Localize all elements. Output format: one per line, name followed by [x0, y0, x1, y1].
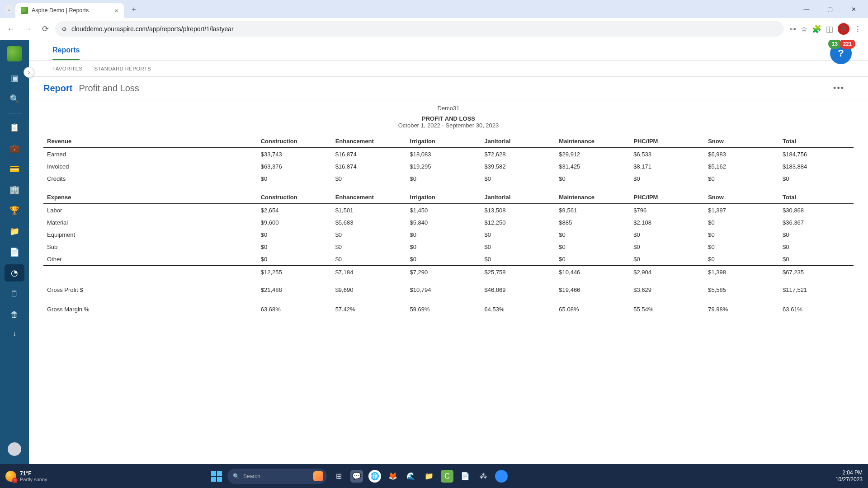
cell-value[interactable]: $0: [257, 241, 332, 253]
cell-value[interactable]: $33,743: [257, 148, 332, 160]
cell-value[interactable]: $0: [481, 253, 555, 266]
cell-value[interactable]: $25,758: [481, 266, 555, 278]
explorer-icon[interactable]: 📁: [423, 470, 435, 483]
cell-value[interactable]: $0: [704, 173, 779, 185]
cell-value[interactable]: $0: [332, 229, 406, 241]
cell-value[interactable]: $9,561: [555, 204, 630, 216]
cell-value[interactable]: $5,840: [406, 216, 481, 229]
cell-value[interactable]: $0: [481, 229, 555, 241]
row-label[interactable]: Other: [43, 253, 257, 266]
row-label[interactable]: Equipment: [43, 229, 257, 241]
start-button[interactable]: [211, 471, 222, 482]
cell-value[interactable]: $0: [332, 241, 406, 253]
bookmark-star-icon[interactable]: ☆: [801, 24, 807, 34]
camtasia-icon[interactable]: C: [441, 470, 453, 483]
site-settings-icon[interactable]: ⚙: [61, 26, 67, 33]
cell-value[interactable]: $0: [779, 253, 854, 266]
clipboard-icon[interactable]: 📋: [5, 119, 24, 136]
tab-standard-reports[interactable]: STANDARD REPORTS: [94, 66, 151, 71]
folder-icon[interactable]: 📁: [5, 223, 24, 240]
cell-value[interactable]: $16,874: [332, 148, 406, 160]
cell-value[interactable]: $0: [481, 173, 555, 185]
search-icon[interactable]: 🔍: [5, 90, 24, 108]
document-icon[interactable]: 📄: [5, 244, 24, 261]
cell-value[interactable]: $5,683: [332, 216, 406, 229]
calculator-icon[interactable]: 🗒: [5, 285, 24, 302]
cell-value[interactable]: $67,235: [779, 266, 854, 278]
cell-value[interactable]: $0: [406, 241, 481, 253]
cell-value[interactable]: $12,255: [257, 266, 332, 278]
reports-pie-icon[interactable]: ◔: [5, 264, 24, 282]
close-icon[interactable]: ×: [114, 7, 118, 14]
weather-widget[interactable]: 1 71°F Partly sunny: [5, 470, 47, 482]
slack-icon[interactable]: ⁂: [477, 470, 490, 483]
chat-icon[interactable]: 💬: [350, 470, 363, 483]
side-panel-icon[interactable]: ◫: [826, 24, 833, 34]
row-label[interactable]: Labor: [43, 204, 257, 216]
cell-value[interactable]: $1,450: [406, 204, 481, 216]
cell-value[interactable]: $0: [332, 253, 406, 266]
minimize-button[interactable]: —: [797, 6, 816, 13]
back-button[interactable]: ←: [4, 22, 18, 36]
cell-value[interactable]: $36,367: [779, 216, 854, 229]
dashboard-icon[interactable]: ▣: [5, 70, 24, 87]
app-logo-icon[interactable]: [7, 46, 22, 61]
cell-value[interactable]: $18,083: [406, 148, 481, 160]
cell-value[interactable]: $7,184: [332, 266, 406, 278]
edge-icon[interactable]: 🌊: [405, 470, 417, 483]
system-clock[interactable]: 2:04 PM 10/27/2023: [835, 469, 863, 483]
cell-value[interactable]: $0: [779, 241, 854, 253]
row-label[interactable]: Sub: [43, 241, 257, 253]
cell-value[interactable]: $0: [257, 173, 332, 185]
cell-value[interactable]: $885: [555, 216, 630, 229]
url-input[interactable]: ⚙ clouddemo.youraspire.com/app/reports/p…: [55, 21, 784, 37]
close-window-button[interactable]: ✕: [844, 6, 863, 13]
cell-value[interactable]: $0: [704, 253, 779, 266]
cell-value[interactable]: $72,628: [481, 148, 555, 160]
cell-value[interactable]: $63,376: [257, 160, 332, 173]
cell-value[interactable]: $0: [704, 229, 779, 241]
cell-value[interactable]: $0: [555, 173, 630, 185]
tab-list-dropdown[interactable]: ⌄: [5, 5, 14, 14]
cell-value[interactable]: $6,983: [704, 148, 779, 160]
trash-icon[interactable]: 🗑: [5, 306, 24, 323]
cell-value[interactable]: $0: [555, 229, 630, 241]
tab-favorites[interactable]: FAVORITES: [52, 66, 82, 71]
briefcase-icon[interactable]: 💼: [5, 140, 24, 157]
cell-value[interactable]: $183,884: [779, 160, 854, 173]
cell-value[interactable]: $12,250: [481, 216, 555, 229]
cell-value[interactable]: $0: [779, 229, 854, 241]
chrome-icon[interactable]: 🌐: [368, 470, 381, 483]
cell-value[interactable]: $0: [630, 173, 704, 185]
maximize-button[interactable]: ▢: [821, 6, 839, 13]
browser-tab[interactable]: Aspire Demo | Reports ×: [15, 3, 124, 18]
cell-value[interactable]: $5,162: [704, 160, 779, 173]
cell-value[interactable]: $0: [406, 253, 481, 266]
cell-value[interactable]: $0: [555, 253, 630, 266]
cell-value[interactable]: $30,868: [779, 204, 854, 216]
cell-value[interactable]: $0: [481, 241, 555, 253]
cell-value[interactable]: $0: [630, 253, 704, 266]
notification-badges[interactable]: 13 221: [828, 40, 855, 49]
cell-value[interactable]: $0: [555, 241, 630, 253]
firefox-icon[interactable]: 🦊: [387, 470, 399, 483]
cell-value[interactable]: $39,582: [481, 160, 555, 173]
cell-value[interactable]: $7,290: [406, 266, 481, 278]
cell-value[interactable]: $0: [406, 173, 481, 185]
cell-value[interactable]: $1,397: [704, 204, 779, 216]
cell-value[interactable]: $13,508: [481, 204, 555, 216]
profile-avatar[interactable]: B: [838, 23, 849, 35]
forward-button[interactable]: →: [21, 22, 35, 36]
cell-value[interactable]: $0: [257, 253, 332, 266]
cell-value[interactable]: $9,600: [257, 216, 332, 229]
notes-icon[interactable]: 📄: [459, 470, 472, 483]
building-icon[interactable]: 🏢: [5, 181, 24, 198]
new-tab-button[interactable]: +: [127, 3, 140, 16]
chrome-menu-icon[interactable]: ⋮: [854, 24, 862, 34]
row-label[interactable]: Material: [43, 216, 257, 229]
cell-value[interactable]: $0: [257, 229, 332, 241]
cell-value[interactable]: $31,425: [555, 160, 630, 173]
taskbar-search[interactable]: 🔍 Search: [227, 469, 327, 484]
org-icon[interactable]: ᛍ: [5, 327, 24, 344]
cell-value[interactable]: $1,398: [704, 266, 779, 278]
